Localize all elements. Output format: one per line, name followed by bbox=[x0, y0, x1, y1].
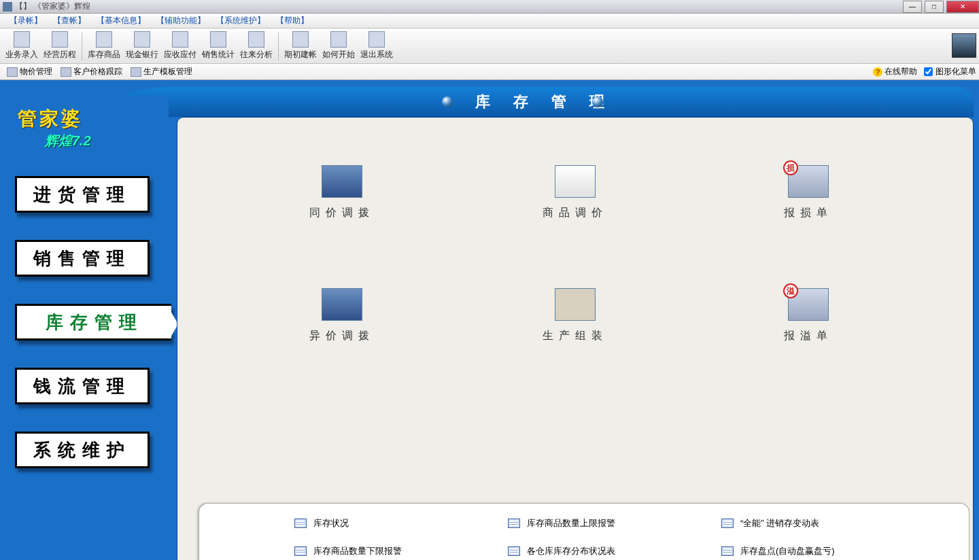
tb-sales-stat[interactable]: 销售统计 bbox=[199, 30, 237, 63]
tb-contacts[interactable]: 往来分析 bbox=[237, 30, 275, 63]
bl-stock-status[interactable]: 库存状况 bbox=[294, 513, 453, 534]
nav-system[interactable]: 系统维护 bbox=[15, 432, 150, 468]
tb-biz-entry[interactable]: 业务录入 bbox=[3, 30, 41, 63]
bottom-list: 库存状况 库存商品数量上限报警 “全能” 进销存变动表 库存商品数量下限报警 各… bbox=[199, 503, 969, 560]
overflow-badge-icon: 溢 bbox=[783, 283, 798, 298]
open-icon bbox=[292, 31, 309, 48]
nav-sales[interactable]: 销售管理 bbox=[15, 240, 150, 277]
tb2-cust-price[interactable]: 客户价格跟踪 bbox=[56, 66, 126, 77]
grid-icon bbox=[721, 546, 734, 556]
fn-loss-sheet[interactable]: 损报损单 bbox=[712, 165, 905, 220]
content-panel: 同价调拨 商品调价 损报损单 异价调拨 生产组装 溢报溢单 bbox=[177, 117, 974, 560]
tb-init-ledger[interactable]: 期初建帐 bbox=[281, 30, 320, 63]
bl-all-move[interactable]: “全能” 进销存变动表 bbox=[721, 513, 880, 534]
nav-cashflow[interactable]: 钱流管理 bbox=[15, 368, 150, 404]
tb2-prod-template[interactable]: 生产模板管理 bbox=[126, 66, 196, 77]
fn-diff-price-transfer[interactable]: 异价调拨 bbox=[245, 288, 438, 343]
bl-dist-status[interactable]: 各仓库库存分布状况表 bbox=[508, 541, 667, 561]
close-button[interactable]: ✕ bbox=[946, 1, 979, 13]
fn-same-price-transfer[interactable]: 同价调拨 bbox=[245, 165, 438, 220]
bank-icon bbox=[134, 31, 150, 48]
grid-icon bbox=[721, 519, 734, 528]
chart-icon bbox=[210, 31, 226, 48]
ornament-ball-icon bbox=[592, 97, 603, 107]
brand-cube-icon bbox=[952, 33, 976, 58]
nav-inventory[interactable]: 库存管理 bbox=[15, 304, 171, 340]
maximize-button[interactable]: □ bbox=[925, 1, 944, 13]
tb-biz-history[interactable]: 经营历程 bbox=[41, 30, 79, 63]
exit-icon bbox=[368, 31, 385, 48]
ornament-ball-icon bbox=[442, 97, 453, 107]
grid-icon bbox=[508, 546, 520, 556]
menubar: 【录帐】 【查帐】 【基本信息】 【辅助功能】 【系统维护】 【帮助】 bbox=[0, 14, 979, 29]
toolbar-main: 业务录入 经营历程 库存商品 现金银行 应收应付 销售统计 往来分析 期初建帐 … bbox=[0, 29, 979, 64]
menu-ledger-entry[interactable]: 【录帐】 bbox=[4, 15, 48, 27]
separator bbox=[82, 33, 82, 60]
graph-menu-checkbox[interactable] bbox=[924, 67, 933, 76]
menu-aux[interactable]: 【辅助功能】 bbox=[151, 15, 211, 27]
chart-icon bbox=[555, 165, 596, 198]
app-icon bbox=[3, 2, 12, 12]
tb-how-start[interactable]: 如何开始 bbox=[320, 30, 358, 63]
bl-upper-alarm[interactable]: 库存商品数量上限报警 bbox=[508, 513, 667, 534]
balance-icon bbox=[172, 31, 188, 48]
fn-overflow-sheet[interactable]: 溢报溢单 bbox=[712, 288, 905, 343]
question-icon: ? bbox=[873, 67, 882, 77]
box-icon bbox=[96, 31, 112, 48]
logo: 管家婆 辉煌7.2 bbox=[5, 97, 169, 167]
fn-price-adjust[interactable]: 商品调价 bbox=[479, 165, 671, 220]
template-icon bbox=[131, 67, 141, 77]
warehouse-icon bbox=[322, 288, 362, 321]
pencil-icon bbox=[14, 31, 30, 48]
titlebar: 【】 《管家婆》辉煌 — □ ✕ bbox=[0, 0, 979, 14]
logo-line2: 辉煌7.2 bbox=[45, 132, 162, 150]
tb2-price-mgmt[interactable]: 物价管理 bbox=[3, 66, 56, 77]
grid-icon bbox=[294, 546, 307, 556]
doc-icon bbox=[7, 67, 18, 77]
grid-icon bbox=[508, 519, 520, 528]
tb-cash-bank[interactable]: 现金银行 bbox=[123, 30, 161, 63]
tb-recv-pay[interactable]: 应收应付 bbox=[161, 30, 199, 63]
tb-inventory[interactable]: 库存商品 bbox=[85, 30, 123, 63]
sidebar: 管家婆 辉煌7.2 进货管理 销售管理 库存管理 钱流管理 系统维护 bbox=[5, 97, 169, 560]
warehouse-icon bbox=[322, 165, 362, 198]
nav-purchase[interactable]: 进货管理 bbox=[15, 176, 150, 213]
separator bbox=[278, 33, 279, 60]
box-loss-icon: 损 bbox=[788, 165, 829, 198]
menu-ledger-query[interactable]: 【查帐】 bbox=[48, 15, 91, 27]
exchange-icon bbox=[248, 31, 264, 48]
menu-system[interactable]: 【系统维护】 bbox=[211, 15, 271, 27]
graph-menu-label: 图形化菜单 bbox=[935, 66, 976, 77]
bl-stocktake[interactable]: 库存盘点(自动盘赢盘亏) bbox=[721, 541, 880, 561]
tools-icon bbox=[555, 288, 596, 321]
menu-help[interactable]: 【帮助】 bbox=[271, 15, 314, 27]
function-grid: 同价调拨 商品调价 损报损单 异价调拨 生产组装 溢报溢单 bbox=[177, 118, 973, 370]
box-overflow-icon: 溢 bbox=[788, 288, 829, 321]
loss-badge-icon: 损 bbox=[783, 160, 798, 175]
main-area: 库 存 管 理 管家婆 辉煌7.2 进货管理 销售管理 库存管理 钱流管理 系统… bbox=[0, 80, 979, 560]
tb-exit[interactable]: 退出系统 bbox=[358, 30, 396, 63]
window-title: 【】 《管家婆》辉煌 bbox=[15, 1, 90, 12]
bl-lower-alarm[interactable]: 库存商品数量下限报警 bbox=[294, 541, 453, 561]
menu-basic-info[interactable]: 【基本信息】 bbox=[91, 15, 151, 27]
page-header: 库 存 管 理 bbox=[116, 87, 974, 117]
toolbar-secondary: 物价管理 客户价格跟踪 生产模板管理 ? 在线帮助 图形化菜单 bbox=[0, 64, 979, 80]
online-help-link[interactable]: 在线帮助 bbox=[884, 66, 917, 77]
logo-line1: 管家婆 bbox=[18, 106, 162, 132]
grid-icon bbox=[294, 519, 307, 528]
history-icon bbox=[52, 31, 68, 48]
help-icon bbox=[330, 31, 347, 48]
track-icon bbox=[61, 67, 71, 77]
fn-assembly[interactable]: 生产组装 bbox=[479, 288, 671, 343]
minimize-button[interactable]: — bbox=[903, 1, 922, 13]
